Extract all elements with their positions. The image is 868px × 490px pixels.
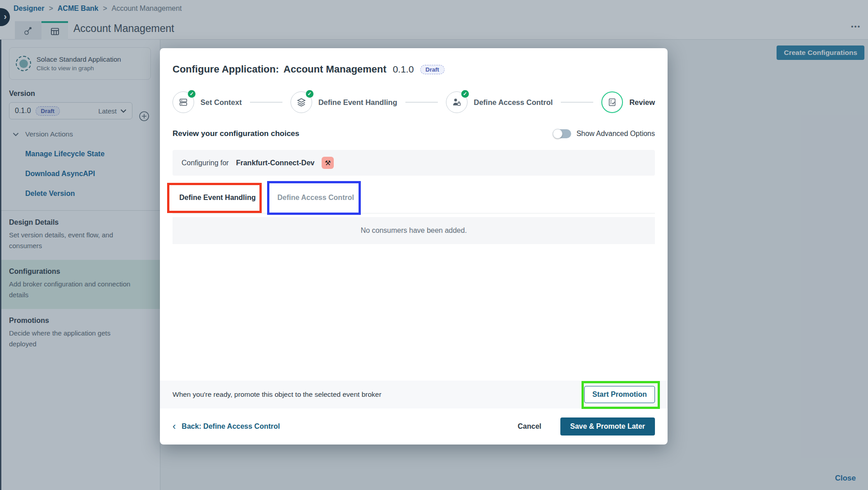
hammer-wrench-icon: ⚒ — [322, 157, 334, 169]
step-define-event-handling[interactable]: ✓ Define Event Handling — [291, 91, 397, 113]
step-review[interactable]: Review — [601, 91, 655, 113]
step-define-access-control[interactable]: ✓ Define Access Control — [446, 91, 553, 113]
modal-footer: ‹ Back: Define Access Control Cancel Sav… — [160, 408, 668, 445]
promotion-hint: When you're ready, promote this object t… — [173, 390, 382, 399]
configuring-for-label: Configuring for — [182, 159, 229, 167]
review-header-row: Review your configuration choices Show A… — [173, 129, 655, 138]
tab-define-access-control[interactable]: Define Access Control — [271, 182, 361, 213]
check-badge-icon: ✓ — [306, 90, 314, 98]
step-label: Define Event Handling — [318, 98, 397, 107]
back-define-access-control-link[interactable]: ‹ Back: Define Access Control — [173, 422, 280, 431]
tab-define-event-handling[interactable]: Define Event Handling — [173, 182, 263, 213]
tab-label: Define Event Handling — [179, 194, 256, 202]
server-icon — [178, 97, 188, 107]
broker-name: Frankfurt-Connect-Dev — [236, 159, 314, 167]
check-badge-icon: ✓ — [188, 90, 195, 98]
stepper: ✓ Set Context ✓ Define Event Handling — [173, 91, 655, 113]
modal-title-prefix: Configure Application: — [173, 64, 279, 75]
promotion-row: When you're ready, promote this object t… — [160, 381, 668, 408]
checklist-icon — [607, 97, 617, 107]
back-link-label: Back: Define Access Control — [182, 422, 280, 431]
show-advanced-options-toggle[interactable] — [553, 129, 571, 138]
step-connector — [561, 102, 593, 103]
empty-consumers-message: No consumers have been added. — [173, 217, 655, 244]
review-tabs: Define Event Handling Define Access Cont… — [173, 182, 655, 213]
step-connector — [405, 102, 438, 103]
start-promotion-button[interactable]: Start Promotion — [584, 386, 655, 403]
modal-title-row: Configure Application: Account Managemen… — [173, 64, 655, 75]
check-badge-icon: ✓ — [461, 90, 469, 98]
save-and-promote-later-button[interactable]: Save & Promote Later — [560, 417, 655, 436]
user-lock-icon — [452, 97, 462, 107]
show-advanced-options-label: Show Advanced Options — [577, 130, 655, 138]
chevron-left-icon: ‹ — [173, 422, 176, 431]
review-heading: Review your configuration choices — [173, 129, 300, 138]
modal-title-name: Account Management — [283, 64, 386, 75]
step-set-context[interactable]: ✓ Set Context — [173, 91, 242, 113]
step-label: Review — [629, 98, 655, 107]
step-label: Define Access Control — [474, 98, 553, 107]
draft-badge: Draft — [420, 65, 445, 74]
layers-icon — [296, 97, 306, 107]
tab-label: Define Access Control — [277, 194, 354, 202]
step-label: Set Context — [200, 98, 242, 107]
modal-title-version: 0.1.0 — [393, 64, 414, 75]
step-connector — [250, 102, 282, 103]
configuring-for-row: Configuring for Frankfurt-Connect-Dev ⚒ — [173, 150, 655, 176]
configure-application-modal: Configure Application: Account Managemen… — [160, 48, 668, 445]
cancel-button[interactable]: Cancel — [518, 422, 541, 431]
